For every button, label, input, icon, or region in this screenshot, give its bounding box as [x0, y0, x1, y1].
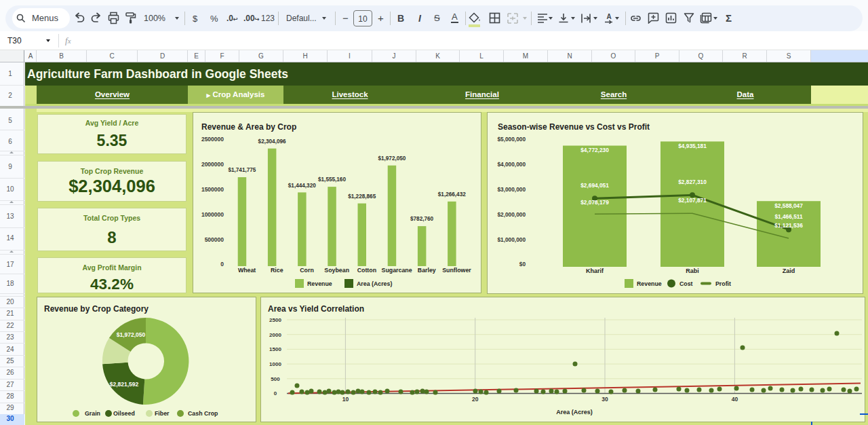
svg-text:Revenue & Area by Crop: Revenue & Area by Crop — [201, 122, 296, 132]
svg-text:$1,972,050: $1,972,050 — [117, 331, 146, 338]
svg-text:Rabi: Rabi — [686, 267, 699, 274]
svg-text:$1,444,320: $1,444,320 — [288, 183, 316, 189]
svg-text:10: 10 — [342, 396, 349, 403]
svg-text:Rice: Rice — [271, 267, 283, 274]
svg-text:$1,555,160: $1,555,160 — [318, 177, 346, 183]
svg-text:Fiber: Fiber — [155, 410, 170, 417]
svg-text:Season-wise Revenue vs Cost vs: Season-wise Revenue vs Cost vs Profit — [498, 122, 650, 132]
svg-text:1500: 1500 — [269, 346, 281, 352]
svg-text:Revenue: Revenue — [307, 280, 332, 287]
svg-text:$2,694,051: $2,694,051 — [580, 182, 609, 189]
svg-text:2000: 2000 — [269, 332, 281, 338]
svg-text:$2,107,871: $2,107,871 — [678, 197, 707, 204]
svg-text:Revenue by Crop Category: Revenue by Crop Category — [44, 304, 149, 314]
svg-text:$3,000,000: $3,000,000 — [497, 186, 526, 193]
svg-text:$782,760: $782,760 — [410, 216, 434, 222]
svg-text:Corn: Corn — [300, 267, 314, 274]
svg-text:$2,821,592: $2,821,592 — [110, 381, 139, 388]
svg-text:500: 500 — [271, 376, 280, 382]
svg-text:$2,000,000: $2,000,000 — [497, 211, 526, 218]
svg-text:$1,000,000: $1,000,000 — [497, 236, 526, 243]
svg-text:Area (Acres): Area (Acres) — [357, 280, 392, 287]
svg-text:$2,588,047: $2,588,047 — [774, 202, 803, 209]
svg-text:$0: $0 — [519, 261, 526, 267]
svg-text:Cash Crop: Cash Crop — [188, 410, 218, 417]
svg-text:0: 0 — [220, 261, 224, 267]
svg-text:40: 40 — [732, 396, 738, 403]
svg-text:Sunflower: Sunflower — [442, 267, 471, 274]
svg-text:Profit: Profit — [715, 280, 731, 287]
svg-text:$1,972,050: $1,972,050 — [378, 155, 406, 162]
svg-text:Barley: Barley — [418, 267, 436, 274]
svg-text:20: 20 — [472, 396, 479, 403]
svg-text:1000000: 1000000 — [201, 211, 224, 218]
svg-text:Soybean: Soybean — [324, 267, 349, 274]
svg-text:2000000: 2000000 — [201, 161, 224, 168]
svg-text:2500000: 2500000 — [201, 136, 224, 143]
svg-text:Cost: Cost — [679, 280, 693, 287]
svg-text:Grain: Grain — [85, 410, 100, 417]
svg-text:Cotton: Cotton — [357, 267, 376, 274]
svg-text:$2,304,096: $2,304,096 — [258, 138, 286, 145]
svg-text:500000: 500000 — [205, 236, 224, 243]
svg-text:Oilseed: Oilseed — [113, 410, 135, 417]
svg-text:2500: 2500 — [269, 317, 281, 323]
svg-text:$1,266,432: $1,266,432 — [438, 191, 466, 198]
svg-text:Area vs Yield Correlation: Area vs Yield Correlation — [268, 304, 364, 314]
svg-text:$4,772,230: $4,772,230 — [580, 147, 609, 153]
svg-text:30: 30 — [601, 396, 608, 403]
svg-text:$2,827,310: $2,827,310 — [678, 179, 707, 185]
svg-text:$1,466,511: $1,466,511 — [774, 213, 802, 220]
svg-text:$4,000,000: $4,000,000 — [497, 161, 526, 168]
svg-text:$2,078,179: $2,078,179 — [580, 199, 609, 206]
svg-text:Wheat: Wheat — [238, 267, 256, 274]
svg-text:Kharif: Kharif — [586, 267, 604, 274]
svg-text:$1,228,865: $1,228,865 — [348, 193, 376, 200]
svg-text:$4,935,181: $4,935,181 — [678, 143, 707, 149]
svg-text:$1,741,775: $1,741,775 — [228, 167, 256, 173]
svg-text:Revenue: Revenue — [637, 280, 662, 287]
svg-text:1500000: 1500000 — [201, 186, 224, 193]
svg-text:1000: 1000 — [269, 361, 281, 367]
svg-text:Zaid: Zaid — [783, 267, 795, 274]
svg-text:A: A — [607, 13, 612, 20]
svg-text:$1,121,536: $1,121,536 — [774, 222, 803, 229]
svg-text:$5,000,000: $5,000,000 — [497, 136, 526, 143]
svg-text:Area (Acres): Area (Acres) — [556, 409, 593, 415]
svg-text:Sugarcane: Sugarcane — [382, 267, 412, 274]
svg-text:0: 0 — [274, 390, 277, 396]
